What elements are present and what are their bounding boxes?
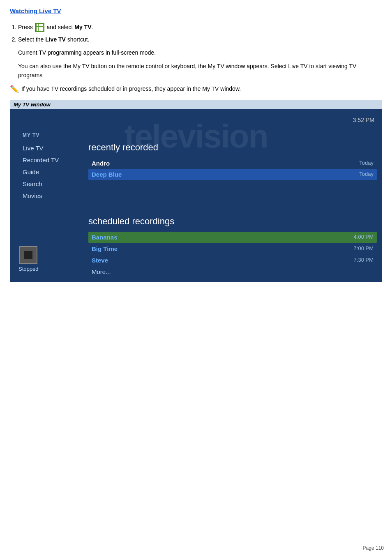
step2-prefix: Select the xyxy=(18,36,45,43)
section-box-title: My TV window xyxy=(10,100,382,109)
sched-bananas-name: Bananas xyxy=(92,234,118,241)
step1-prefix: Press xyxy=(18,24,35,30)
scheduled-list: Bananas 4:00 PM Big Time 7:00 PM Steve 7… xyxy=(88,232,377,278)
step1-bold: My TV xyxy=(74,24,91,30)
tv-time: 3:52 PM xyxy=(353,117,374,123)
stop-button[interactable] xyxy=(19,246,37,264)
mytv-icon xyxy=(35,23,44,32)
section-box: My TV window television 3:52 PM MY TV Li… xyxy=(10,100,382,282)
page-number: Page 110 xyxy=(363,545,384,551)
note1: Current TV programming appears in full-s… xyxy=(18,48,382,57)
sched-item-bananas[interactable]: Bananas 4:00 PM xyxy=(88,232,377,243)
stop-button-icon xyxy=(24,251,32,259)
note2-middle: button on the remote control or keyboard… xyxy=(90,63,288,69)
sched-bigtime-time: 7:00 PM xyxy=(354,245,374,252)
tv-stopped-area: Stopped xyxy=(18,246,38,272)
rec-andro-date: Today xyxy=(359,160,374,167)
mytv-label: MY TV xyxy=(23,132,39,138)
info-note-text: If you have TV recordings scheduled or i… xyxy=(21,85,241,93)
nav-live-tv[interactable]: Live TV xyxy=(18,142,84,154)
sched-bigtime-name: Big Time xyxy=(92,245,118,252)
note2: You can also use the My TV button on the… xyxy=(18,62,382,80)
stopped-label: Stopped xyxy=(18,266,38,272)
rec-andro-name: Andro xyxy=(92,160,110,167)
nav-recorded-tv[interactable]: Recorded TV xyxy=(18,154,84,166)
info-note: ✏️ If you have TV recordings scheduled o… xyxy=(10,85,382,94)
tv-nav: Live TV Recorded TV Guide Search Movies xyxy=(18,142,84,202)
recently-recorded-list: Andro Today Deep Blue Today xyxy=(88,158,377,180)
step2-bold: Live TV xyxy=(45,36,66,43)
rec-deep-blue-date: Today xyxy=(359,171,374,178)
sched-item-steve[interactable]: Steve 7:30 PM xyxy=(88,255,377,266)
note2-bold2: Live TV xyxy=(288,63,307,69)
step1-period: . xyxy=(92,24,93,30)
sched-bananas-time: 4:00 PM xyxy=(354,234,374,241)
scheduled-recordings-header: scheduled recordings xyxy=(88,216,174,227)
sched-more-name: More... xyxy=(92,268,111,275)
note2-prefix: You can also use the xyxy=(18,63,73,69)
sched-steve-name: Steve xyxy=(92,257,108,264)
nav-search[interactable]: Search xyxy=(18,178,84,190)
page-title: Watching Live TV xyxy=(10,7,382,17)
nav-movies[interactable]: Movies xyxy=(18,190,84,202)
nav-guide[interactable]: Guide xyxy=(18,166,84,178)
instructions-list: Press and select My TV. Select the Live … xyxy=(18,23,382,44)
sched-steve-time: 7:30 PM xyxy=(354,257,374,264)
rec-deep-blue-name: Deep Blue xyxy=(92,171,122,178)
sched-item-more[interactable]: More... xyxy=(88,266,377,277)
rec-item-andro[interactable]: Andro Today xyxy=(88,158,377,169)
sched-item-bigtime[interactable]: Big Time 7:00 PM xyxy=(88,243,377,254)
rec-item-deep-blue[interactable]: Deep Blue Today xyxy=(88,169,377,180)
step-1: Press and select My TV. xyxy=(18,23,382,32)
recently-recorded-header: recently recorded xyxy=(88,142,158,153)
step1-suffix: and select xyxy=(47,24,75,30)
tv-window: television 3:52 PM MY TV Live TV Recorde… xyxy=(10,109,382,282)
step-2: Select the Live TV shortcut. xyxy=(18,35,382,44)
step2-suffix: shortcut. xyxy=(66,36,90,43)
note2-bold1: My TV xyxy=(73,63,89,69)
pencil-note-icon: ✏️ xyxy=(10,85,19,94)
